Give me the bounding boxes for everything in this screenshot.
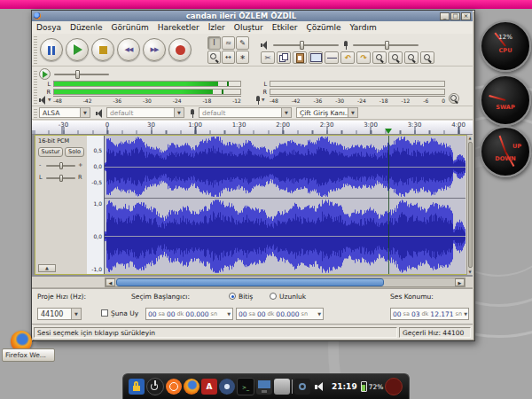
input-volume-slider[interactable]: [353, 44, 419, 46]
display-settings-icon[interactable]: [256, 379, 272, 395]
paste-button[interactable]: [293, 51, 307, 64]
draw-tool-button[interactable]: ✎: [236, 36, 249, 50]
volume-icon[interactable]: [312, 379, 328, 395]
slider-thumb[interactable]: [300, 41, 304, 50]
window-titlebar[interactable]: candan ileri ÖZLEM ÖZDİL _ □ ×: [32, 11, 473, 21]
menu-tracks[interactable]: İzler: [204, 23, 230, 32]
menu-effect[interactable]: Etkiler: [268, 23, 302, 32]
shutdown-icon[interactable]: [385, 378, 403, 395]
envelope-tool-button[interactable]: ≈: [222, 36, 235, 50]
firefox-taskbar-item[interactable]: Firefox We...: [2, 348, 55, 362]
timeshift-tool-button[interactable]: ↔: [222, 51, 235, 64]
zoom-out-button[interactable]: [388, 51, 403, 64]
vertical-scroll-thumb[interactable]: [468, 142, 473, 268]
zoom-fit-button[interactable]: [420, 51, 434, 64]
pause-button[interactable]: [40, 38, 63, 61]
project-rate-select[interactable]: 44100 ▼: [37, 308, 82, 320]
end-radio-label[interactable]: Bitiş: [239, 293, 253, 301]
file-manager-icon[interactable]: [274, 379, 290, 395]
silence-button[interactable]: [325, 51, 339, 64]
mute-button[interactable]: Sustur: [38, 147, 63, 157]
zoom-in-button[interactable]: [372, 51, 387, 64]
messenger-icon[interactable]: [219, 379, 235, 395]
waveform-channel-left[interactable]: [105, 136, 466, 198]
end-radio[interactable]: [229, 293, 236, 300]
redo-button[interactable]: ↷: [356, 51, 371, 64]
snap-to-checkbox[interactable]: [101, 309, 108, 317]
skip-to-end-button[interactable]: ▶▶: [143, 38, 166, 61]
timeline-ruler[interactable]: -30 0 30 1:00 1:30 2:00 2:30 3:00 3:30 4…: [32, 121, 473, 135]
input-meter-right-bar[interactable]: [270, 89, 445, 95]
selection-tool-button[interactable]: I: [207, 36, 221, 50]
ubuntu-logo-icon[interactable]: [166, 379, 182, 395]
menu-help[interactable]: Yardım: [345, 23, 380, 32]
scroll-up-arrow[interactable]: ▲: [467, 135, 473, 141]
output-volume-slider[interactable]: [273, 44, 339, 46]
scroll-down-arrow[interactable]: ▼: [467, 269, 473, 275]
multi-tool-button[interactable]: ∗: [236, 51, 249, 64]
playhead-marker[interactable]: [385, 129, 392, 134]
vertical-scrollbar[interactable]: ▲ ▼: [466, 135, 473, 275]
selection-start-field[interactable]: 00sa 00dk 00.000sn ▼: [145, 308, 233, 320]
slider-thumb[interactable]: [385, 41, 389, 50]
play-button[interactable]: [66, 38, 89, 61]
menu-generate[interactable]: Oluştur: [230, 23, 268, 32]
input-meter-menu[interactable]: ▼: [255, 96, 268, 105]
toolbar-grabber[interactable]: [34, 69, 37, 104]
menu-analyze[interactable]: Çözümle: [301, 23, 345, 32]
slider-thumb[interactable]: [59, 162, 63, 169]
scroll-left-arrow[interactable]: ◀: [106, 278, 115, 286]
firefox-dock-icon[interactable]: [184, 379, 200, 395]
menu-view[interactable]: Görünüm: [107, 23, 153, 32]
audio-host-select[interactable]: ALSA ▼: [39, 107, 90, 118]
trim-button[interactable]: [309, 51, 323, 64]
zoom-tool-button[interactable]: [207, 51, 221, 64]
playback-device-select[interactable]: default ▼: [106, 107, 184, 118]
maximize-button[interactable]: □: [450, 12, 460, 20]
output-meter-left-bar[interactable]: [53, 81, 241, 87]
zoom-selection-button[interactable]: [404, 51, 419, 64]
waveform-channel-right[interactable]: [105, 199, 466, 274]
selection-end-field[interactable]: 00sa 00dk 00.000sn ▼: [236, 308, 324, 320]
snap-to-label[interactable]: Şuna Uy: [111, 309, 138, 317]
copy-button[interactable]: [277, 51, 291, 64]
length-radio[interactable]: [270, 293, 277, 300]
audio-position-field[interactable]: 00sa 03dk 12.171sn ▼: [390, 308, 469, 320]
play-at-speed-button[interactable]: [39, 68, 51, 80]
app-a-icon[interactable]: A: [201, 379, 217, 395]
menu-file[interactable]: Dosya: [32, 23, 66, 32]
pan-slider[interactable]: [46, 177, 75, 179]
vertical-ruler[interactable]: 0,5 0,0 -0,5 1,0 0,0 -1,0: [87, 136, 105, 274]
menu-transport[interactable]: Hareketler: [153, 23, 204, 32]
minimize-button[interactable]: _: [440, 12, 450, 20]
undo-button[interactable]: ↶: [340, 51, 355, 64]
lock-screen-icon[interactable]: [129, 379, 145, 395]
output-meter-menu[interactable]: ▼: [39, 96, 51, 105]
close-button[interactable]: ×: [461, 12, 471, 20]
skip-to-start-button[interactable]: ◀◀: [117, 38, 140, 61]
solo-button[interactable]: Solo: [65, 147, 84, 157]
recording-channels-select[interactable]: Çift Giriş Kanı... ▼: [296, 107, 358, 118]
toolbar-grabber[interactable]: [34, 108, 37, 118]
collapse-track-button[interactable]: ▲: [38, 264, 56, 272]
horizontal-scroll-thumb[interactable]: [116, 278, 384, 286]
terminal-icon[interactable]: >_: [237, 378, 254, 395]
output-meter-right-bar[interactable]: [53, 89, 241, 95]
slider-thumb[interactable]: [59, 175, 63, 182]
power-icon[interactable]: [146, 378, 164, 395]
playback-speed-slider[interactable]: [54, 74, 109, 75]
toolbar-grabber[interactable]: [34, 36, 37, 64]
screenshot-camera-icon[interactable]: [294, 379, 310, 395]
horizontal-scrollbar[interactable]: ◀ ▶: [105, 278, 466, 287]
record-button[interactable]: [168, 38, 192, 61]
track-control-panel[interactable]: 16-bit PCM Sustur Solo - + L R ▲: [35, 136, 88, 274]
menu-edit[interactable]: Düzenle: [66, 23, 107, 32]
length-radio-label[interactable]: Uzunluk: [279, 293, 306, 301]
output-meter[interactable]: L R ▼ -48 -42 -36 -30 -24 -18 -12: [39, 80, 241, 104]
stop-button[interactable]: [91, 38, 114, 61]
cut-button[interactable]: ✂: [261, 51, 275, 64]
waveform-display[interactable]: [105, 136, 466, 274]
slider-thumb[interactable]: [75, 70, 80, 79]
scroll-right-arrow[interactable]: ▶: [455, 278, 465, 286]
meter-zoom-in-button[interactable]: [449, 93, 459, 104]
